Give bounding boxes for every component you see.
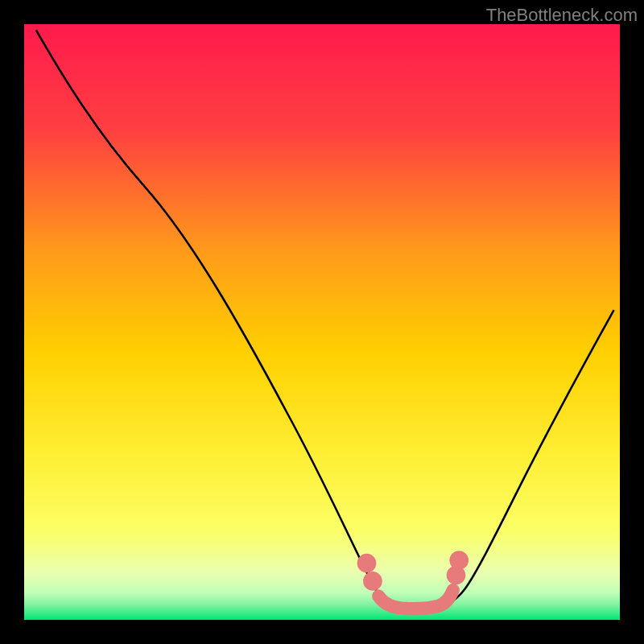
curve-layer: [24, 24, 620, 620]
svg-point-4: [452, 554, 465, 567]
svg-point-1: [360, 557, 373, 570]
svg-point-2: [366, 575, 379, 588]
plot-area: [24, 24, 620, 620]
bottleneck-curve: [36, 30, 614, 609]
watermark-text: TheBottleneck.com: [486, 5, 638, 26]
chart-container: TheBottleneck.com: [0, 0, 644, 644]
svg-point-3: [449, 568, 462, 581]
valley-marker: [360, 554, 465, 609]
